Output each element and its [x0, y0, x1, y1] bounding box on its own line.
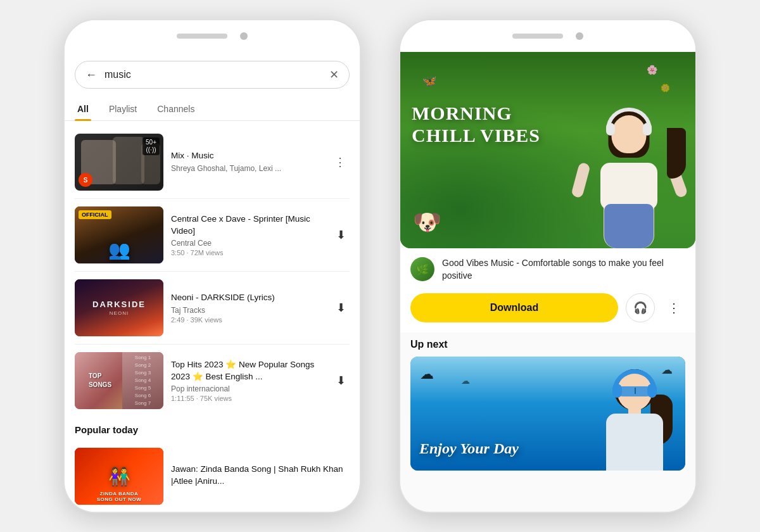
flower-icon: 🌸 — [647, 65, 657, 75]
divider-1 — [75, 198, 350, 199]
result-info-zinda: Jawan: Zinda Banda Song | Shah Rukh Khan… — [171, 464, 350, 490]
download-icon-darkside[interactable]: ⬇ — [332, 297, 350, 319]
result-title-zinda: Jawan: Zinda Banda Song | Shah Rukh Khan… — [171, 464, 350, 488]
result-item-mix[interactable]: 50+ ((·)) S Mix · Music Shreya Ghoshal, … — [75, 127, 350, 197]
tophits-label: TOPSONGS — [89, 372, 111, 390]
phone-speaker — [177, 34, 227, 39]
result-subtitle-darkside: Taj Tracks — [171, 306, 325, 315]
clear-search-icon[interactable]: ✕ — [329, 68, 339, 82]
download-button[interactable]: Download — [410, 293, 618, 322]
result-title-tophits: Top Hits 2023 ⭐ New Popular Songs 2023 ⭐… — [171, 359, 325, 383]
result-thumb-darkside: DARKSIDE NEONI — [75, 279, 163, 336]
back-arrow-icon[interactable]: ← — [86, 68, 97, 82]
result-subtitle-tophits: Pop internacional — [171, 384, 325, 393]
zinda-text: ZINDA BANDASONG OUT NOW — [75, 491, 163, 502]
result-subtitle-mix: Shreya Ghoshal, Tujamo, Lexi ... — [171, 164, 323, 173]
up-next-girl-figure — [593, 372, 676, 471]
hero-image: 🦋 Morning Chill Vibes — [400, 52, 695, 248]
mix-badge: 50+ ((·)) — [142, 137, 160, 155]
right-phone-content: 🦋 Morning Chill Vibes — [400, 52, 695, 512]
more-icon-mix[interactable]: ⋮ — [331, 151, 350, 173]
up-next-image[interactable]: ☁ ☁ ☁ — [410, 357, 685, 471]
cloud-icon-1: ☁ — [420, 366, 434, 383]
result-info-tophits: Top Hits 2023 ⭐ New Popular Songs 2023 ⭐… — [171, 359, 325, 403]
result-item-tophits[interactable]: TOPSONGS Song 1Song 2Song 3Song 4Song 5S… — [75, 346, 350, 415]
result-thumb-zinda: 👫 ZINDA BANDASONG OUT NOW — [75, 448, 163, 505]
butterfly-icon: 🦋 — [422, 74, 436, 88]
darkside-sub: NEONI — [92, 310, 146, 316]
cloud-icon-3: ☁ — [461, 376, 470, 386]
left-phone-top-bar — [65, 20, 360, 52]
channel-row: 🌿 Good Vibes Music - Comfortable songs t… — [400, 248, 695, 291]
result-title-central: Central Cee x Dave - Sprinter [Music Vid… — [171, 213, 325, 238]
result-subtitle-central: Central Cee — [171, 239, 325, 248]
hero-title: Morning Chill Vibes — [412, 103, 545, 146]
result-thumb-central: 👥 OFFICIAL — [75, 206, 163, 263]
tab-channels[interactable]: Channels — [155, 98, 197, 120]
search-bar: ← music ✕ — [75, 61, 350, 89]
result-info-central: Central Cee x Dave - Sprinter [Music Vid… — [171, 213, 325, 257]
download-icon-central[interactable]: ⬇ — [332, 224, 350, 246]
darkside-title: DARKSIDE — [92, 300, 146, 310]
right-phone-top-bar — [400, 20, 695, 52]
dog-icon: 🐶 — [413, 209, 441, 236]
up-next-section: Up next ☁ ☁ ☁ — [400, 332, 695, 476]
tabs-row: All Playlist Channels — [65, 98, 360, 121]
search-query[interactable]: music — [104, 69, 322, 80]
tab-playlist[interactable]: Playlist — [106, 98, 139, 120]
left-phone-content: ← music ✕ All Playlist Channels — [65, 52, 360, 512]
right-phone-camera — [576, 32, 583, 40]
mix-logo: S — [79, 173, 92, 187]
result-meta-darkside: 2:49 · 39K views — [171, 316, 325, 324]
result-item-central[interactable]: 👥 OFFICIAL Central Cee x Dave - Sprinter… — [75, 200, 350, 270]
headphone-button[interactable]: 🎧 — [626, 293, 655, 322]
result-title-mix: Mix · Music — [171, 150, 323, 162]
result-thumb-tophits: TOPSONGS Song 1Song 2Song 3Song 4Song 5S… — [75, 352, 163, 409]
results-list: 50+ ((·)) S Mix · Music Shreya Ghoshal, … — [65, 127, 360, 415]
more-options-button[interactable]: ⋮ — [662, 296, 685, 319]
popular-section: Popular today 👫 ZINDA BANDASONG OUT NOW … — [65, 415, 360, 512]
result-item-zinda[interactable]: 👫 ZINDA BANDASONG OUT NOW Jawan: Zinda B… — [75, 441, 350, 511]
flower2-icon: 🌼 — [661, 84, 670, 92]
divider-3 — [75, 344, 350, 345]
phone-camera — [240, 32, 248, 40]
result-meta-central: 3:50 · 72M views — [171, 249, 325, 256]
action-row: Download 🎧 ⋮ — [400, 291, 695, 332]
result-info-mix: Mix · Music Shreya Ghoshal, Tujamo, Lexi… — [171, 150, 323, 174]
result-info-darkside: Neoni - DARKSIDE (Lyrics) Taj Tracks 2:4… — [171, 292, 325, 324]
tab-all[interactable]: All — [75, 98, 91, 120]
channel-info: Good Vibes Music - Comfortable songs to … — [442, 257, 685, 282]
result-meta-tophits: 1:11:55 · 75K views — [171, 395, 325, 402]
up-next-overlay-text: Enjoy Your Day — [419, 440, 519, 458]
right-phone: 🦋 Morning Chill Vibes — [399, 19, 697, 513]
result-item-darkside[interactable]: DARKSIDE NEONI Neoni - DARKSIDE (Lyrics)… — [75, 273, 350, 343]
result-title-darkside: Neoni - DARKSIDE (Lyrics) — [171, 292, 325, 304]
result-thumb-mix: 50+ ((·)) S — [75, 134, 163, 191]
divider-2 — [75, 271, 350, 272]
right-phone-speaker — [512, 34, 563, 39]
up-next-title: Up next — [410, 339, 685, 350]
hero-girl-figure — [572, 96, 686, 248]
left-phone: ← music ✕ All Playlist Channels — [63, 19, 361, 513]
channel-avatar: 🌿 — [410, 257, 434, 281]
popular-title: Popular today — [75, 424, 350, 435]
download-icon-tophits[interactable]: ⬇ — [332, 370, 350, 391]
